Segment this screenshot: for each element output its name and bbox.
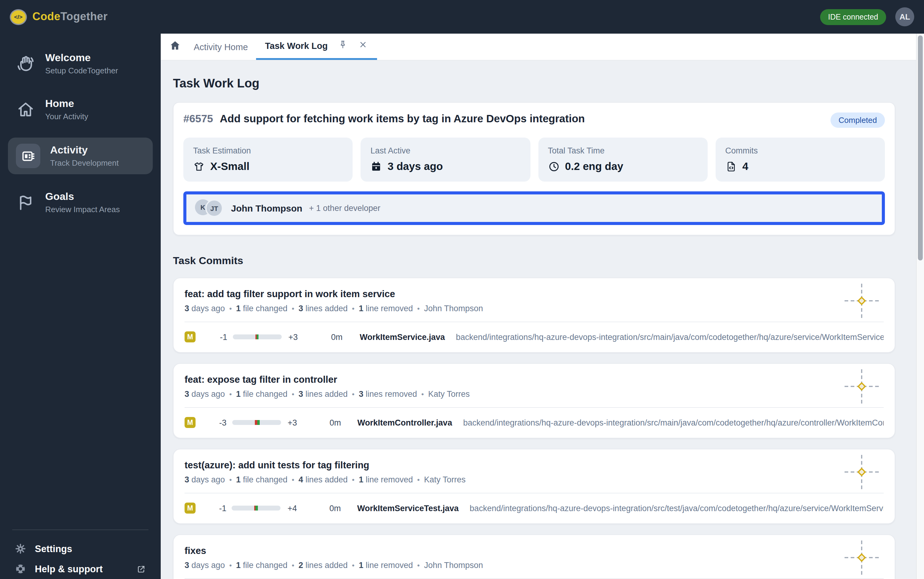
- stat-value: 4: [743, 160, 748, 173]
- file-code-icon: [725, 161, 737, 172]
- file-name: WorkItemServiceTest.java: [357, 504, 459, 513]
- sidebar-item-label: Goals: [45, 191, 120, 203]
- diff-bar: [232, 420, 281, 425]
- developer-avatars: KJT: [195, 199, 223, 217]
- sidebar-item-sublabel: Your Activity: [45, 112, 88, 121]
- file-time: 0m: [330, 418, 344, 427]
- file-path: backend/integrations/hq-azure-devops-int…: [470, 504, 884, 513]
- commit-divider: [184, 322, 884, 322]
- codetogether-logo: </> CodeTogether: [10, 9, 108, 25]
- close-icon[interactable]: [358, 40, 368, 52]
- footer-item-settings[interactable]: Settings: [11, 539, 150, 559]
- file-row[interactable]: M -3 +3 0m WorkItemController.java backe…: [184, 415, 884, 430]
- sidebar-item-sublabel: Track Development: [50, 159, 119, 167]
- brand-name: CodeTogether: [33, 10, 108, 23]
- lines-added-count: +4: [287, 504, 302, 513]
- developers-row[interactable]: KJT John Thompson + 1 other developer: [183, 191, 885, 225]
- stat-label: Commits: [725, 146, 875, 155]
- modified-badge: M: [184, 331, 196, 342]
- footer-item-label: Settings: [35, 543, 72, 554]
- sidebar-divider: [12, 530, 149, 530]
- pin-icon[interactable]: [338, 40, 348, 52]
- commit-meta: 3 days ago•1 file changed•2 lines added•…: [184, 561, 884, 570]
- app-window: </> CodeTogether IDE connected AL Welcom…: [0, 0, 924, 579]
- diff-bar: [232, 505, 281, 510]
- task-title: Add support for fetching work items by t…: [220, 113, 824, 125]
- clock-icon: [548, 161, 560, 172]
- main-area: Activity Home Task Work Log Task Work Lo…: [161, 34, 924, 579]
- commit-card[interactable]: fixes 3 days ago•1 file changed•2 lines …: [173, 534, 895, 579]
- commit-title: fixes: [184, 545, 884, 556]
- commit-meta: 3 days ago•1 file changed•3 lines added•…: [184, 304, 884, 313]
- marker-horizontal-line: [844, 300, 879, 301]
- file-name: WorkItemService.java: [360, 332, 445, 342]
- scrollbar-track[interactable]: [916, 34, 924, 579]
- sidebar-item-goals[interactable]: Goals Review Impact Areas: [8, 185, 153, 220]
- file-path: backend/integrations/hq-azure-devops-int…: [456, 332, 884, 342]
- commit-divider: [184, 407, 884, 408]
- content-area: Task Work Log #6575 Add support for fetc…: [161, 61, 924, 579]
- tab-strip: Activity Home Task Work Log: [161, 34, 924, 61]
- lines-removed-count: -1: [211, 504, 227, 513]
- stat-label: Task Estimation: [193, 146, 343, 155]
- marker-horizontal-line: [844, 386, 879, 387]
- stat-value: 0.2 eng day: [565, 160, 623, 173]
- home-icon: [16, 100, 36, 119]
- file-path: backend/integrations/hq-azure-devops-int…: [463, 418, 884, 427]
- lines-added-count: +3: [287, 418, 302, 427]
- task-summary-card: #6575 Add support for fetching work item…: [173, 102, 895, 236]
- waving-hand-icon: [16, 54, 36, 74]
- sidebar-item-label: Activity: [50, 144, 119, 157]
- file-row[interactable]: M -1 +3 0m WorkItemService.java backend/…: [184, 330, 884, 344]
- sidebar-footer: Settings Help & support: [0, 530, 161, 579]
- commit-meta: 3 days ago•1 file changed•3 lines added•…: [184, 389, 884, 399]
- developer-name: John Thompson: [231, 203, 302, 213]
- stat-card-last-active: Last Active 3 days ago: [361, 137, 531, 182]
- gear-icon: [15, 543, 26, 554]
- commit-card[interactable]: feat: expose tag filter in controller 3 …: [173, 363, 895, 438]
- sidebar-item-sublabel: Setup CodeTogether: [45, 66, 118, 75]
- flag-icon: [16, 193, 36, 212]
- lines-removed-count: -3: [211, 418, 227, 427]
- stat-value: X-Small: [210, 160, 249, 173]
- file-time: 0m: [331, 332, 347, 342]
- commit-divider: [184, 493, 884, 493]
- tab-task-work-log[interactable]: Task Work Log: [256, 34, 377, 60]
- commit-card[interactable]: feat: add tag filter support in work ite…: [173, 278, 895, 353]
- sidebar-item-sublabel: Review Impact Areas: [45, 205, 120, 214]
- home-icon: [169, 40, 181, 54]
- marker-horizontal-line: [844, 471, 879, 473]
- home-tab-button[interactable]: [169, 34, 181, 60]
- tshirt-icon: [193, 161, 205, 172]
- tab-label: Task Work Log: [265, 41, 328, 51]
- sidebar-item-activity[interactable]: Activity Track Development: [8, 137, 153, 174]
- task-id: #6575: [183, 113, 213, 125]
- file-row[interactable]: M -1 +4 0m WorkItemServiceTest.java back…: [184, 501, 884, 515]
- tab-activity-home[interactable]: Activity Home: [188, 34, 253, 60]
- stat-value: 3 days ago: [388, 160, 443, 173]
- modified-badge: M: [184, 417, 196, 428]
- diff-bar: [233, 334, 282, 339]
- developer-avatar: JT: [205, 199, 223, 217]
- sidebar-item-label: Welcome: [45, 52, 118, 64]
- scrollbar-thumb[interactable]: [918, 36, 923, 260]
- stat-card-total-task-time: Total Task Time 0.2 eng day: [538, 137, 708, 182]
- sidebar: Welcome Setup CodeTogether Home Your Act…: [0, 34, 161, 579]
- commit-title: feat: expose tag filter in controller: [184, 374, 884, 385]
- footer-item-help-support[interactable]: Help & support: [11, 559, 150, 579]
- calendar-icon: [371, 161, 382, 172]
- other-developers-label: + 1 other developer: [309, 204, 380, 213]
- commit-meta: 3 days ago•1 file changed•4 lines added•…: [184, 475, 884, 484]
- user-avatar[interactable]: AL: [895, 7, 914, 26]
- status-badge: Completed: [831, 113, 885, 128]
- commit-title: test(azure): add unit tests for tag filt…: [184, 460, 884, 471]
- brand-secondary: Together: [60, 10, 108, 23]
- stat-card-task-estimation: Task Estimation X-Small: [183, 137, 353, 182]
- activity-board-icon: [16, 144, 40, 168]
- commit-title: feat: add tag filter support in work ite…: [184, 289, 884, 299]
- footer-item-label: Help & support: [35, 563, 103, 574]
- commit-card[interactable]: test(azure): add unit tests for tag filt…: [173, 449, 895, 524]
- sidebar-item-home[interactable]: Home Your Activity: [8, 92, 153, 127]
- sidebar-item-welcome[interactable]: Welcome Setup CodeTogether: [8, 46, 153, 81]
- lines-removed-count: -1: [211, 332, 227, 342]
